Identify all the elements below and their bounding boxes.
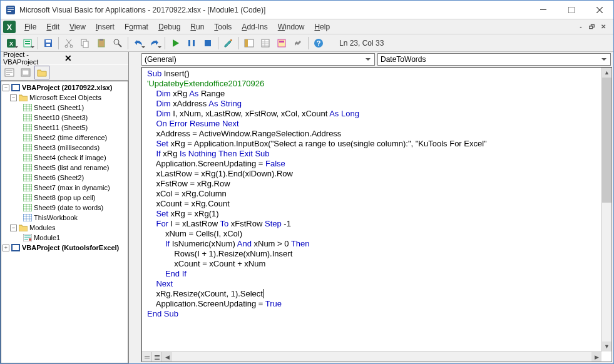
procedure-selector[interactable]: DateToWords	[377, 53, 611, 66]
menubar: X File Edit View Insert Format Debug Run…	[1, 19, 613, 34]
run-button[interactable]	[168, 36, 183, 50]
minimize-button[interactable]	[529, 1, 557, 19]
svg-rect-55	[155, 356, 160, 357]
menu-debug[interactable]: Debug	[153, 21, 185, 33]
sheet-icon	[23, 123, 33, 132]
expand-icon[interactable]: −	[3, 84, 9, 91]
reset-button[interactable]	[200, 36, 215, 50]
project-pane-close-button[interactable]: ✕	[62, 53, 126, 63]
break-button[interactable]	[184, 36, 199, 50]
copy-button[interactable]	[78, 36, 93, 50]
sheet-icon	[23, 143, 33, 152]
sheet-icon	[23, 103, 33, 112]
menu-addins[interactable]: Add-Ins	[237, 21, 272, 33]
help-button[interactable]: ?	[311, 36, 326, 50]
menu-tools[interactable]: Tools	[209, 21, 237, 33]
object-selector[interactable]: (General)	[141, 53, 375, 66]
svg-rect-52	[145, 356, 150, 356]
tree-thisworkbook[interactable]: ThisWorkbook	[34, 214, 78, 221]
tree-project[interactable]: VBAProject (KutoolsforExcel)	[22, 244, 119, 251]
svg-rect-23	[230, 39, 232, 41]
tree-sheet[interactable]: Sheet7 (max in dynamic)	[34, 184, 110, 191]
svg-rect-1	[540, 9, 546, 10]
sheet-icon	[23, 133, 33, 142]
project-tree[interactable]: −VBAProject (20170922.xlsx) −Microsoft E…	[1, 81, 128, 363]
close-button[interactable]	[585, 1, 613, 19]
menu-edit[interactable]: Edit	[41, 21, 64, 33]
tree-sheet[interactable]: Sheet4 (check if image)	[34, 154, 106, 161]
menu-view[interactable]: View	[64, 21, 91, 33]
menu-format[interactable]: Format	[120, 21, 153, 33]
view-code-button[interactable]	[2, 66, 17, 79]
scroll-right-icon[interactable]: ▶	[591, 352, 601, 361]
view-excel-button[interactable]: X	[4, 36, 19, 50]
expand-icon[interactable]: −	[10, 94, 17, 101]
expand-icon[interactable]: −	[10, 225, 17, 231]
svg-text:?: ?	[317, 39, 321, 47]
tree-sheet[interactable]: Sheet8 (pop up cell)	[34, 194, 95, 201]
undo-button[interactable]	[131, 36, 146, 50]
svg-text:X: X	[7, 23, 13, 32]
insert-module-button[interactable]	[20, 36, 35, 50]
save-button[interactable]	[41, 36, 56, 50]
horizontal-scrollbar[interactable]: ◀ ▶	[142, 351, 601, 361]
toolbar: X ? Ln 23, Col 33	[1, 34, 613, 52]
scroll-up-icon[interactable]: ▲	[602, 68, 611, 78]
object-browser-button[interactable]	[274, 36, 289, 50]
menu-file[interactable]: File	[19, 21, 41, 33]
project-pane-titlebar: Project - VBAProject ✕	[1, 52, 128, 64]
expand-icon[interactable]: +	[3, 245, 9, 251]
maximize-button[interactable]	[557, 1, 585, 19]
svg-point-19	[114, 39, 119, 44]
toggle-folders-button[interactable]	[34, 66, 49, 79]
tree-sheet[interactable]: Sheet11 (Sheet5)	[34, 124, 88, 131]
find-button[interactable]	[110, 36, 125, 50]
mdi-restore-button[interactable]: 🗗	[587, 22, 597, 32]
tree-sheet[interactable]: Sheet10 (Sheet3)	[34, 114, 88, 121]
svg-rect-20	[188, 40, 190, 46]
tree-excel-objects[interactable]: Microsoft Excel Objects	[29, 94, 101, 101]
menu-run[interactable]: Run	[185, 21, 209, 33]
svg-rect-21	[193, 40, 195, 46]
vertical-scrollbar[interactable]: ▲ ▼	[601, 68, 611, 351]
design-mode-button[interactable]	[221, 36, 236, 50]
svg-rect-16	[83, 41, 88, 48]
tree-project[interactable]: VBAProject (20170922.xlsx)	[22, 84, 112, 91]
tree-modules[interactable]: Modules	[29, 224, 56, 231]
svg-rect-27	[278, 39, 285, 47]
svg-rect-41	[23, 154, 32, 161]
tree-sheet[interactable]: Sheet1 (Sheet1)	[34, 104, 84, 111]
view-object-button[interactable]	[18, 66, 33, 79]
scroll-left-icon[interactable]: ◀	[162, 352, 172, 361]
toolbox-button[interactable]	[290, 36, 305, 50]
scroll-thumb[interactable]	[602, 78, 611, 203]
tree-sheet[interactable]: Sheet2 (time difference)	[34, 134, 107, 141]
svg-rect-40	[23, 144, 32, 151]
scroll-down-icon[interactable]: ▼	[602, 341, 611, 351]
mdi-close-button[interactable]: ✕	[598, 22, 608, 32]
code-pane: (General) DateToWords Sub Insert() 'Upda…	[129, 52, 613, 363]
tree-sheet[interactable]: Sheet5 (list and rename)	[34, 164, 109, 171]
properties-window-button[interactable]	[258, 36, 273, 50]
cut-button[interactable]	[61, 36, 76, 50]
project-explorer-button[interactable]	[242, 36, 257, 50]
svg-rect-11	[46, 40, 51, 43]
tree-module1[interactable]: Module1	[34, 234, 60, 241]
sheet-icon	[23, 193, 33, 202]
svg-rect-35	[13, 85, 19, 90]
procedure-view-button[interactable]	[142, 352, 152, 361]
full-module-view-button[interactable]	[152, 352, 162, 361]
tree-sheet[interactable]: Sheet9 (date to words)	[34, 204, 103, 211]
menu-help[interactable]: Help	[309, 21, 335, 33]
tree-sheet[interactable]: Sheet6 (Sheet2)	[34, 174, 84, 181]
sheet-icon	[23, 153, 33, 162]
paste-button[interactable]	[94, 36, 109, 50]
mdi-minimize-button[interactable]: -	[576, 22, 586, 32]
menu-insert[interactable]: Insert	[91, 21, 120, 33]
menu-window[interactable]: Window	[273, 21, 310, 33]
redo-button[interactable]	[147, 36, 162, 50]
window-title: Microsoft Visual Basic for Applications …	[19, 6, 529, 14]
workbook-icon	[23, 213, 33, 222]
tree-sheet[interactable]: Sheet3 (milliseconds)	[34, 144, 100, 151]
code-editor[interactable]: Sub Insert() 'UpdatebyExtendoffice201709…	[142, 68, 601, 351]
